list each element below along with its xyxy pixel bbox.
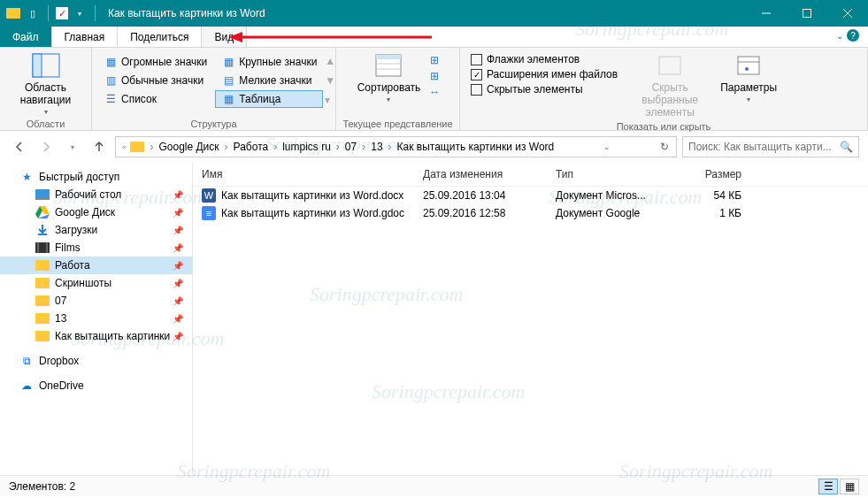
layout-huge-icons[interactable]: ▦Огромные значки <box>97 53 213 71</box>
breadcrumb-part[interactable]: 07 <box>342 141 360 153</box>
dropbox-item[interactable]: ⧉Dropbox <box>0 352 192 370</box>
ribbon-group-panes: Область навигации ▾ Области <box>0 48 92 130</box>
sidebar-item[interactable]: 07📌 <box>0 292 192 310</box>
sidebar-item[interactable]: Films📌 <box>0 239 192 257</box>
forward-button[interactable] <box>35 136 57 157</box>
pin-icon: 📌 <box>173 296 183 306</box>
add-column-icon[interactable]: ⊞ <box>427 69 442 83</box>
minimize-button[interactable] <box>746 0 787 27</box>
scroll-up-icon[interactable]: ▲ <box>325 55 335 67</box>
checkbox-icon[interactable]: ✓ <box>56 7 68 19</box>
small-icons-icon: ▤ <box>221 73 235 88</box>
size-columns-icon[interactable]: ↔ <box>427 85 442 99</box>
folder-icon <box>5 5 21 21</box>
sidebar-item[interactable]: Работа📌 <box>0 257 192 274</box>
search-input[interactable] <box>688 141 836 153</box>
drive-icon: ▯ <box>25 5 41 21</box>
file-extensions-toggle[interactable]: ✓Расширения имен файлов <box>471 68 618 80</box>
svg-rect-16 <box>35 189 50 198</box>
layout-medium-icons[interactable]: ▥Обычные значки <box>97 72 213 89</box>
breadcrumb-part[interactable]: Работа <box>230 141 273 153</box>
pin-icon: 📌 <box>173 208 183 218</box>
sidebar-item[interactable]: 13📌 <box>0 310 192 327</box>
file-row[interactable]: WКак вытащить картинки из Word.docx25.09… <box>193 187 868 204</box>
quick-access-header[interactable]: ★ Быстрый доступ <box>0 168 192 186</box>
hide-selected-button[interactable]: Скрыть выбранные элементы <box>625 50 715 120</box>
star-icon: ★ <box>19 170 34 184</box>
options-button[interactable]: Параметры ▾ <box>715 50 782 105</box>
recent-dropdown[interactable]: ▾ <box>62 136 83 157</box>
column-headers[interactable]: Имя Дата изменения Тип Размер <box>193 163 868 187</box>
layout-list[interactable]: ☰Список <box>97 90 213 108</box>
item-checkboxes-toggle[interactable]: Флажки элементов <box>471 53 618 65</box>
gdoc-file-icon: ≡ <box>202 206 216 220</box>
col-type[interactable]: Тип <box>556 168 688 180</box>
address-bar: ▾ « › Google Диск› Работа› lumpics ru› 0… <box>0 131 868 163</box>
ribbon: Область навигации ▾ Области ▦Огромные зн… <box>0 48 868 131</box>
navigation-pane-button[interactable]: Область навигации ▾ <box>4 50 88 118</box>
details-view-toggle[interactable]: ☰ <box>818 479 838 494</box>
breadcrumb-part[interactable]: lumpics ru <box>279 141 334 153</box>
pin-icon: 📌 <box>173 190 183 200</box>
folder-icon <box>35 294 50 308</box>
content-area: ★ Быстрый доступ Рабочий стол📌Google Дис… <box>0 163 868 475</box>
pin-icon: 📌 <box>173 243 183 253</box>
ribbon-group-show-hide: Флажки элементов ✓Расширения имен файлов… <box>460 48 868 130</box>
sort-button[interactable]: Сортировать ▾ <box>352 50 426 105</box>
back-button[interactable] <box>9 136 30 157</box>
annotation-arrow <box>228 30 432 44</box>
svg-rect-1 <box>803 10 811 18</box>
tab-file[interactable]: Файл <box>0 27 52 47</box>
col-name[interactable]: Имя <box>193 168 423 180</box>
col-date[interactable]: Дата изменения <box>423 168 556 180</box>
maximize-button[interactable] <box>787 0 827 27</box>
desktop-icon <box>35 188 50 202</box>
dropbox-icon: ⧉ <box>19 354 34 368</box>
sidebar-item[interactable]: Google Диск📌 <box>0 203 192 221</box>
refresh-icon[interactable]: ↻ <box>657 141 672 153</box>
scroll-down-icon[interactable]: ▼ <box>325 74 335 87</box>
col-size[interactable]: Размер <box>688 168 759 180</box>
file-row[interactable]: ≡Как вытащить картинки из Word.gdoc25.09… <box>193 204 868 222</box>
pin-icon: 📌 <box>173 314 183 324</box>
navigation-pane-icon <box>32 51 60 80</box>
list-icon: ☰ <box>104 92 118 106</box>
expand-icon[interactable]: ▾ <box>325 94 335 106</box>
svg-rect-9 <box>376 55 401 59</box>
file-list: Имя Дата изменения Тип Размер WКак вытащ… <box>193 163 868 475</box>
layout-table[interactable]: ▦Таблица <box>215 90 323 108</box>
tab-home[interactable]: Главная <box>52 27 119 47</box>
help-icon[interactable]: ? <box>847 29 859 42</box>
search-box[interactable]: 🔍 <box>682 136 859 157</box>
breadcrumb-part[interactable]: Google Диск <box>155 141 222 153</box>
sidebar-item[interactable]: Загрузки📌 <box>0 221 192 239</box>
dropdown-icon[interactable]: ⌄ <box>600 142 614 151</box>
history-chevron-icon[interactable]: « <box>119 143 128 151</box>
layout-small-icons[interactable]: ▤Мелкие значки <box>215 72 323 89</box>
ribbon-group-current-view: Сортировать ▾ ⊞ ⊞ ↔ Текущее представлени… <box>336 48 460 130</box>
help-controls[interactable]: ⌄ ? <box>836 29 859 42</box>
folder-icon <box>35 276 50 290</box>
qat-dropdown-icon[interactable]: ▾ <box>72 5 88 21</box>
onedrive-item[interactable]: ☁OneDrive <box>0 377 192 395</box>
breadcrumb-part[interactable]: 13 <box>367 141 386 153</box>
svg-rect-17 <box>35 198 50 200</box>
sidebar-item[interactable]: Скриншоты📌 <box>0 274 192 292</box>
breadcrumbs[interactable]: « › Google Диск› Работа› lumpics ru› 07›… <box>115 136 677 157</box>
tab-share[interactable]: Поделиться <box>118 27 202 47</box>
up-button[interactable] <box>88 136 110 157</box>
group-icon[interactable]: ⊞ <box>427 53 442 67</box>
gdrive-icon <box>35 205 50 219</box>
sidebar-item[interactable]: Рабочий стол📌 <box>0 186 192 203</box>
large-icons-icon: ▦ <box>221 55 235 69</box>
chevron-down-icon[interactable]: ⌄ <box>836 31 843 41</box>
hidden-items-toggle[interactable]: Скрытые элементы <box>471 83 618 96</box>
close-button[interactable] <box>827 0 868 27</box>
search-icon[interactable]: 🔍 <box>840 141 853 153</box>
sidebar-item[interactable]: Как вытащить картинки📌 <box>0 327 192 345</box>
pin-icon: 📌 <box>173 279 183 288</box>
checkbox-icon <box>471 54 482 65</box>
icons-view-toggle[interactable]: ▦ <box>840 479 859 494</box>
layout-large-icons[interactable]: ▦Крупные значки <box>215 53 323 71</box>
breadcrumb-part[interactable]: Как вытащить картинки из Word <box>394 141 558 153</box>
